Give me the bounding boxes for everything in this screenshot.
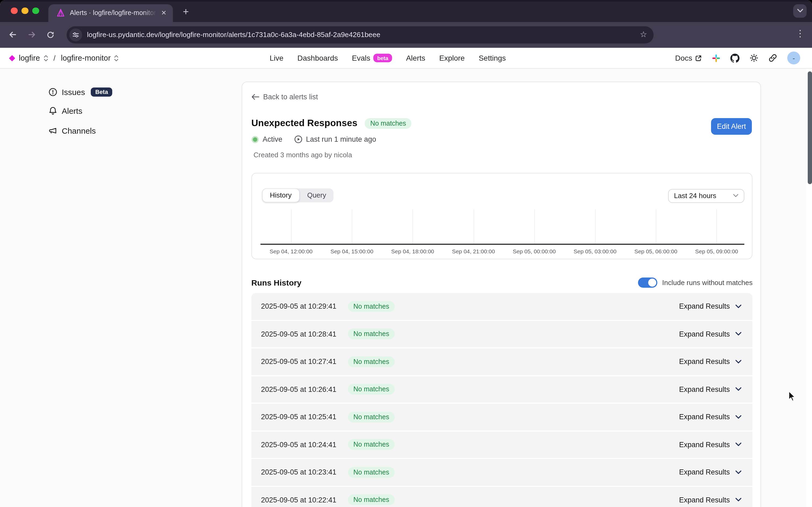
run-row[interactable]: 2025-09-05 at 10:27:41 No matches Expand… [251,348,752,375]
include-runs-toggle[interactable] [638,278,657,288]
chevron-down-icon[interactable] [735,332,742,336]
chevron-down-icon[interactable] [735,470,742,474]
expand-results-button[interactable]: Expand Results [679,468,730,476]
run-row[interactable]: 2025-09-05 at 10:22:41 No matches Expand… [251,487,752,507]
bell-icon [48,106,57,115]
tab-query[interactable]: Query [300,188,334,203]
main-nav: Live Dashboards Evalsbeta Alerts Explore… [270,48,506,68]
run-row[interactable]: 2025-09-05 at 10:25:41 No matches Expand… [251,404,752,430]
expand-results-button[interactable]: Expand Results [679,441,730,449]
reload-button[interactable] [41,25,60,44]
run-row[interactable]: 2025-09-05 at 10:29:41 No matches Expand… [251,293,752,320]
expand-results-button[interactable]: Expand Results [679,302,730,311]
url-text[interactable]: logfire-us.pydantic.dev/logfire/logfire-… [87,31,380,39]
x-tick: Sep 05, 00:00:00 [513,248,556,255]
run-timestamp: 2025-09-05 at 10:22:41 [261,496,348,504]
minimize-window-button[interactable] [22,7,29,14]
chevron-down-icon[interactable] [735,415,742,419]
app-navbar: logfire / logfire-monitor Live Dashboard… [0,48,812,69]
x-tick: Sep 04, 21:00:00 [452,248,495,255]
runs-list: 2025-09-05 at 10:29:41 No matches Expand… [251,293,752,507]
run-timestamp: 2025-09-05 at 10:26:41 [261,385,348,393]
project-selector-updown-icon[interactable] [114,54,119,61]
chevron-down-icon[interactable] [735,443,742,447]
site-settings-icon[interactable] [69,28,82,41]
time-range-select[interactable]: Last 24 hours [668,189,744,203]
chevron-down-icon[interactable] [735,360,742,364]
expand-results-button[interactable]: Expand Results [679,358,730,366]
expand-results-button[interactable]: Expand Results [679,496,730,504]
new-tab-button[interactable]: + [179,6,192,19]
project-selector[interactable]: logfire-monitor [61,54,111,62]
nav-explore[interactable]: Explore [439,54,465,62]
run-timestamp: 2025-09-05 at 10:24:41 [261,441,348,449]
nav-alerts[interactable]: Alerts [406,54,425,62]
sidebar-item-channels[interactable]: Channels [48,124,96,138]
issues-beta-badge: Beta [91,87,112,96]
last-run-text: Last run 1 minute ago [306,135,376,143]
tab-search-button[interactable] [793,4,807,17]
toggle-knob [648,279,656,287]
nav-settings[interactable]: Settings [479,54,506,62]
run-match-badge: No matches [348,439,394,450]
mouse-cursor [789,391,796,402]
tab-close-icon[interactable]: ✕ [159,8,169,18]
back-to-alerts-link[interactable]: Back to alerts list [251,93,318,101]
docs-link[interactable]: Docs [675,54,702,62]
created-text: Created 3 months ago by nicola [254,151,352,159]
zoom-window-button[interactable] [33,7,39,14]
tab-title: Alerts · logfire/logfire-monitor [70,9,157,17]
browser-tab-strip: Alerts · logfire/logfire-monitor ✕ + [0,0,812,22]
run-row[interactable]: 2025-09-05 at 10:28:41 No matches Expand… [251,321,752,347]
forward-arrow-icon [27,30,36,39]
expand-results-button[interactable]: Expand Results [679,385,730,393]
alert-title: Unexpected Responses [251,118,358,129]
chevron-down-icon[interactable] [735,304,742,308]
x-tick: Sep 04, 18:00:00 [391,248,434,255]
browser-tab[interactable]: Alerts · logfire/logfire-monitor ✕ [48,4,173,22]
org-selector[interactable]: logfire [19,54,40,62]
user-avatar[interactable]: - [787,52,800,64]
back-arrow-icon [8,30,17,39]
back-arrow-icon [251,94,259,100]
chevron-down-icon[interactable] [735,498,742,502]
theme-toggle-sun-icon[interactable] [750,54,758,62]
nav-evals[interactable]: Evalsbeta [352,54,392,62]
evals-beta-badge: beta [374,54,392,62]
run-match-badge: No matches [348,467,394,478]
include-runs-toggle-label: Include runs without matches [662,279,753,287]
edit-alert-button[interactable]: Edit Alert [711,118,752,135]
sidebar-item-alerts[interactable]: Alerts [48,104,83,118]
x-tick: Sep 04, 15:00:00 [330,248,373,255]
scrollbar-thumb[interactable] [807,71,812,184]
expand-results-button[interactable]: Expand Results [679,413,730,421]
share-link-icon[interactable] [768,54,777,62]
sidebar-item-issues[interactable]: Issues Beta [48,85,112,99]
run-match-badge: No matches [348,412,394,422]
nav-live[interactable]: Live [270,54,283,62]
navbar-right: Docs - [675,48,800,68]
expand-results-button[interactable]: Expand Results [679,330,730,338]
megaphone-icon [48,126,57,135]
browser-menu-button[interactable]: ⋮ [795,27,805,39]
back-button[interactable] [3,25,22,44]
run-row[interactable]: 2025-09-05 at 10:26:41 No matches Expand… [251,376,752,403]
address-bar[interactable]: logfire-us.pydantic.dev/logfire/logfire-… [67,26,654,43]
close-window-button[interactable] [11,7,18,14]
logfire-logo [9,54,15,61]
slack-icon[interactable] [712,54,720,62]
bookmark-star-icon[interactable]: ☆ [640,29,647,39]
reload-icon [46,30,55,39]
run-timestamp: 2025-09-05 at 10:27:41 [261,358,348,366]
run-row[interactable]: 2025-09-05 at 10:24:41 No matches Expand… [251,431,752,458]
forward-button[interactable] [22,25,41,44]
run-row[interactable]: 2025-09-05 at 10:23:41 No matches Expand… [251,459,752,486]
browser-window: Alerts · logfire/logfire-monitor ✕ + log… [0,0,812,507]
alert-match-badge: No matches [365,118,412,128]
alert-detail-card: Back to alerts list Unexpected Responses… [242,81,761,507]
chevron-down-icon[interactable] [735,387,742,392]
nav-dashboards[interactable]: Dashboards [297,54,338,62]
tab-history[interactable]: History [262,188,300,203]
github-icon[interactable] [730,53,740,62]
org-selector-updown-icon[interactable] [43,54,48,61]
